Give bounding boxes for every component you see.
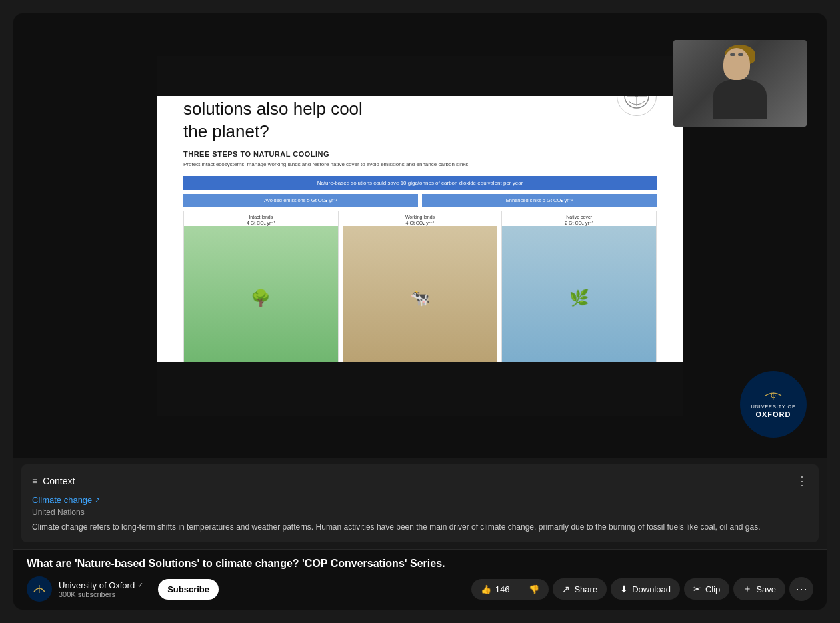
- col-manage-header: Working lands4 Gt CO₂ yr⁻¹: [404, 211, 436, 226]
- bottom-actions: University of Oxford ✓ 300K subscribers …: [27, 576, 813, 602]
- app-window: Can nature-based solutions also help coo…: [13, 13, 827, 610]
- speaker-camera: [673, 40, 807, 127]
- column-restore: Native cover2 Gt CO₂ yr⁻¹ 🌿 RESTORE Fore…: [501, 211, 657, 384]
- context-more-button[interactable]: ⋮: [796, 474, 808, 488]
- col-manage-image: 🐄: [343, 226, 497, 369]
- column-protect: Intact lands4 Gt CO₂ yr⁻¹ 🌳 PROTECT Fore…: [183, 211, 339, 384]
- like-count: 146: [495, 584, 510, 594]
- share-icon: ↗: [562, 584, 570, 594]
- context-topic-link[interactable]: Climate change ↗: [32, 495, 808, 505]
- main-video: Can nature-based solutions also help coo…: [157, 56, 683, 416]
- speaker-cam-inner: [673, 40, 807, 127]
- column-manage: Working lands4 Gt CO₂ yr⁻¹ 🐄 MANAGE Land…: [343, 211, 498, 384]
- col-protect-header: Intact lands4 Gt CO₂ yr⁻¹: [245, 211, 277, 226]
- slide-desc: Protect intact ecosystems, manage workin…: [183, 161, 657, 168]
- slide-subtitle: THREE STEPS TO NATURAL COOLING: [183, 150, 657, 158]
- dislike-button[interactable]: 👎: [519, 579, 549, 600]
- verified-icon: ✓: [137, 581, 143, 590]
- download-icon: ⬇: [620, 584, 628, 594]
- clip-icon: ✂: [693, 584, 701, 594]
- channel-details: University of Oxford ✓ 300K subscribers: [59, 580, 143, 598]
- video-area: Can nature-based solutions also help coo…: [13, 13, 827, 458]
- person-head: [723, 48, 750, 80]
- channel-subscribers: 300K subscribers: [59, 590, 143, 598]
- video-black-bottom: [157, 362, 683, 416]
- clip-button[interactable]: ✂ Clip: [684, 578, 729, 600]
- context-panel: ≡ Context ⋮ Climate change ↗ United Nati…: [21, 464, 819, 542]
- main-stat-bar: Nature-based solutions could save 10 gig…: [183, 176, 657, 190]
- action-buttons: 👍 146 👎 ↗ Share ⬇ Download: [471, 577, 813, 601]
- speaker-silhouette: [713, 48, 767, 119]
- video-black-top: [157, 56, 683, 96]
- context-title-row: ≡ Context: [32, 476, 75, 486]
- thumbs-down-icon: 👎: [529, 584, 539, 594]
- more-options-button[interactable]: ⋯: [789, 577, 813, 601]
- context-source: United Nations: [32, 508, 808, 517]
- download-button[interactable]: ⬇ Download: [611, 578, 680, 600]
- oxford-logo-overlay: UNIVERSITY OF OXFORD: [740, 371, 807, 438]
- video-title: What are 'Nature-based Solutions' to cli…: [27, 558, 813, 570]
- person-body: [713, 79, 767, 119]
- context-header: ≡ Context ⋮: [32, 474, 808, 488]
- bottom-bar: What are 'Nature-based Solutions' to cli…: [13, 549, 827, 610]
- share-button[interactable]: ↗ Share: [553, 578, 607, 600]
- external-link-icon: ↗: [95, 496, 100, 504]
- channel-avatar: [27, 576, 52, 602]
- like-dislike-group: 👍 146 👎: [471, 579, 549, 600]
- like-button[interactable]: 👍 146: [471, 579, 519, 600]
- context-icon: ≡: [32, 476, 37, 486]
- three-columns: Intact lands4 Gt CO₂ yr⁻¹ 🌳 PROTECT Fore…: [183, 211, 657, 384]
- sub-bar-left: Avoided emissions 5 Gt CO₂ yr⁻¹: [183, 194, 418, 207]
- channel-info: University of Oxford ✓ 300K subscribers …: [27, 576, 219, 602]
- more-dots-icon: ⋯: [795, 582, 807, 596]
- sub-bar-right: Enhanced sinks 5 Gt CO₂ yr⁻¹: [422, 194, 657, 207]
- col-restore-image: 🌿: [502, 226, 656, 369]
- slide-content: Can nature-based solutions also help coo…: [157, 56, 683, 416]
- context-title: Context: [43, 476, 75, 486]
- save-button[interactable]: ＋ Save: [733, 578, 785, 600]
- subscribe-button[interactable]: Subscribe: [158, 579, 219, 600]
- channel-name: University of Oxford ✓: [59, 580, 143, 590]
- thumbs-up-icon: 👍: [481, 584, 491, 594]
- col-restore-header: Native cover2 Gt CO₂ yr⁻¹: [563, 211, 595, 226]
- save-icon: ＋: [743, 583, 752, 595]
- col-protect-image: 🌳: [184, 226, 338, 369]
- sub-bars: Avoided emissions 5 Gt CO₂ yr⁻¹ Enhanced…: [183, 194, 657, 207]
- context-body: Climate change refers to long-term shift…: [32, 521, 808, 533]
- oxford-logo-text: UNIVERSITY OF OXFORD: [751, 404, 796, 419]
